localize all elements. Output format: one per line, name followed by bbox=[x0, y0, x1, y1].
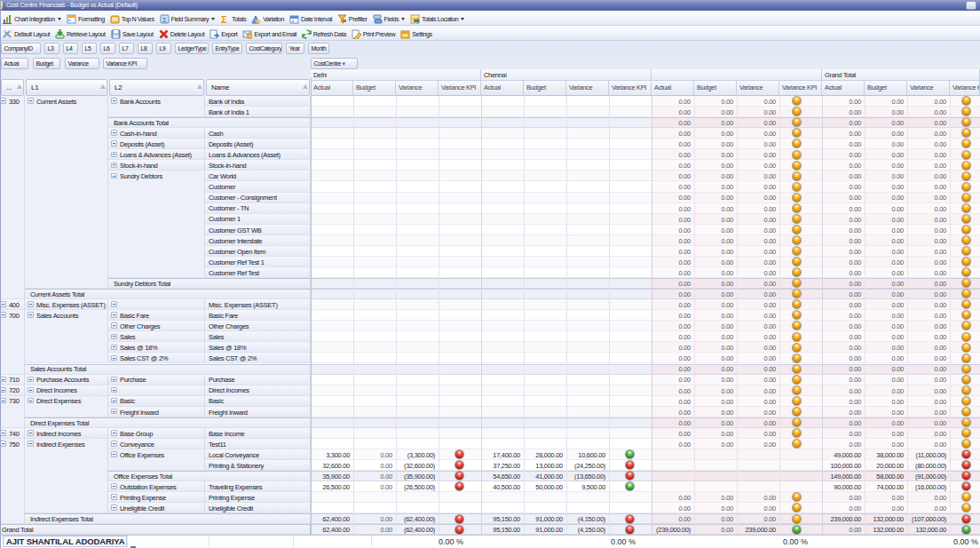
svg-text:Σ: Σ bbox=[162, 16, 167, 24]
svg-text:Σ: Σ bbox=[221, 14, 227, 24]
